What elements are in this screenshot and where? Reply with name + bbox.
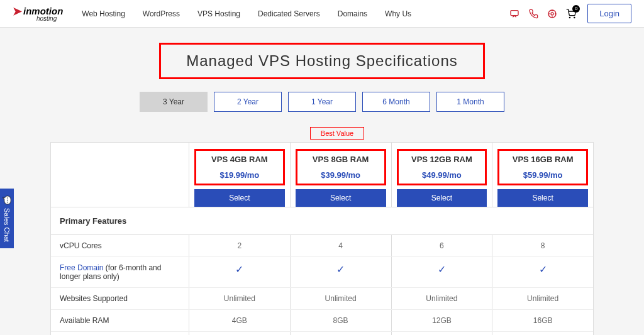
feature-value: 8GB <box>291 310 392 331</box>
plan-name-4gb: VPS 4GB RAM <box>203 155 277 164</box>
term-tab-1year[interactable]: 1 Year <box>288 92 356 112</box>
feature-value: ✓ <box>492 257 593 287</box>
feature-value: ✓ <box>291 257 392 287</box>
feature-value: Unlimited <box>392 288 493 309</box>
support-icon[interactable] <box>547 9 557 19</box>
feature-value: 150GB NVMe SSD <box>291 332 392 335</box>
nav-vps-hosting[interactable]: VPS Hosting <box>197 9 240 18</box>
term-tab-6month[interactable]: 6 Month <box>362 92 430 112</box>
page-title-highlight: Managed VPS Hosting Specifications <box>159 43 485 79</box>
best-value-row: Best Value <box>0 127 644 140</box>
page-title-wrap: Managed VPS Hosting Specifications <box>0 43 644 79</box>
nav-domains[interactable]: Domains <box>338 9 367 18</box>
feature-value: 12GB <box>392 310 493 331</box>
check-icon: ✓ <box>438 264 446 275</box>
feature-value: 8 <box>492 235 593 256</box>
features-header: Primary Features <box>51 207 593 235</box>
feature-value: Unlimited <box>291 288 392 309</box>
feature-label-disk: Disk Space <box>51 332 189 335</box>
feature-label-free-domain: Free Domain (for 6-month and longer plan… <box>51 257 189 287</box>
plan-name-12gb: VPS 12GB RAM <box>405 155 479 164</box>
feature-value: 16GB <box>492 310 593 331</box>
plan-price-16gb: $59.99/mo <box>506 170 580 180</box>
plan-col-4gb: VPS 4GB RAM $19.99/mo Select <box>189 143 291 207</box>
feature-value: 90GB SSD <box>189 332 291 335</box>
plan-headers-row: VPS 4GB RAM $19.99/mo Select VPS 8GB RAM… <box>51 143 593 207</box>
plan-col-12gb: VPS 12GB RAM $49.99/mo Select <box>392 143 493 207</box>
feature-value: 4 <box>291 235 392 256</box>
nav-why-us[interactable]: Why Us <box>385 9 411 18</box>
plan-col-16gb: VPS 16GB RAM $59.99/mo Select <box>492 143 593 207</box>
nav-dedicated-servers[interactable]: Dedicated Servers <box>258 9 320 18</box>
term-tabs: 3 Year 2 Year 1 Year 6 Month 1 Month <box>0 92 644 112</box>
feature-label-ram: Available RAM <box>51 310 189 331</box>
plan-label-spacer <box>51 143 189 207</box>
feature-row-websites: Websites Supported Unlimited Unlimited U… <box>51 288 593 310</box>
svg-point-3 <box>570 17 570 18</box>
pricing-table: VPS 4GB RAM $19.99/mo Select VPS 8GB RAM… <box>50 142 594 335</box>
feature-value: 2 <box>189 235 291 256</box>
feature-label-vcpu: vCPU Cores <box>51 235 189 256</box>
feature-value: Unlimited <box>492 288 593 309</box>
phone-icon[interactable] <box>528 9 538 19</box>
logo[interactable]: ➤ inmotion hosting <box>13 6 63 22</box>
nav-wordpress[interactable]: WordPress <box>143 9 180 18</box>
feature-value: Unlimited <box>189 288 291 309</box>
page-title: Managed VPS Hosting Specifications <box>186 52 458 70</box>
feature-value: 6 <box>392 235 493 256</box>
check-icon: ✓ <box>336 264 345 275</box>
header-icons: 0 <box>509 9 576 19</box>
feature-value: ✓ <box>392 257 493 287</box>
nav-web-hosting[interactable]: Web Hosting <box>82 9 125 18</box>
plan-box-16gb: VPS 16GB RAM $59.99/mo <box>497 149 588 185</box>
select-button-16gb[interactable]: Select <box>497 189 588 207</box>
feature-row-ram: Available RAM 4GB 8GB 12GB 16GB <box>51 310 593 332</box>
feature-row-vcpu: vCPU Cores 2 4 6 8 <box>51 235 593 257</box>
feature-row-disk: Disk Space 90GB SSD 150GB NVMe SSD 210GB… <box>51 332 593 335</box>
feature-row-free-domain: Free Domain (for 6-month and longer plan… <box>51 257 593 288</box>
feature-value: 4GB <box>189 310 291 331</box>
plan-price-12gb: $49.99/mo <box>405 170 479 180</box>
plan-price-8gb: $39.99/mo <box>304 170 378 180</box>
plan-box-8gb: VPS 8GB RAM $39.99/mo <box>296 149 386 185</box>
logo-sub-text: hosting <box>36 16 63 22</box>
logo-arrow-icon: ➤ <box>13 6 22 17</box>
plan-box-4gb: VPS 4GB RAM $19.99/mo <box>194 149 285 185</box>
login-button[interactable]: Login <box>587 4 631 23</box>
select-button-12gb[interactable]: Select <box>397 189 487 207</box>
plan-price-4gb: $19.99/mo <box>203 170 277 180</box>
svg-point-2 <box>551 13 553 15</box>
feature-value: ✓ <box>189 257 291 287</box>
term-tab-2year[interactable]: 2 Year <box>214 92 282 112</box>
logo-main-text: inmotion <box>23 6 63 16</box>
plan-name-8gb: VPS 8GB RAM <box>304 155 378 164</box>
chat-bubble-icon: 💬 <box>3 195 12 204</box>
cart-badge: 0 <box>572 5 580 13</box>
svg-point-4 <box>574 17 575 18</box>
sales-chat-label: Sales Chat <box>3 208 11 242</box>
term-tab-3year[interactable]: 3 Year <box>140 92 208 112</box>
site-header: ➤ inmotion hosting Web Hosting WordPress… <box>0 0 644 28</box>
plan-col-8gb: VPS 8GB RAM $39.99/mo Select <box>291 143 392 207</box>
best-value-badge: Best Value <box>310 127 364 140</box>
svg-rect-0 <box>511 10 518 15</box>
sales-chat-tab[interactable]: 💬 Sales Chat <box>0 189 14 248</box>
feature-label-websites: Websites Supported <box>51 288 189 309</box>
select-button-8gb[interactable]: Select <box>296 189 386 207</box>
free-domain-link[interactable]: Free Domain <box>60 263 103 272</box>
term-tab-1month[interactable]: 1 Month <box>436 92 504 112</box>
select-button-4gb[interactable]: Select <box>194 189 285 207</box>
plan-box-12gb: VPS 12GB RAM $49.99/mo <box>397 149 487 185</box>
feature-value: 210GB NVMe SSD <box>392 332 493 335</box>
check-icon: ✓ <box>235 264 243 275</box>
cart-icon[interactable]: 0 <box>566 9 576 19</box>
feature-value: 360GB NVMe SSD <box>492 332 593 335</box>
chat-icon[interactable] <box>509 9 519 19</box>
main-nav: Web Hosting WordPress VPS Hosting Dedica… <box>82 9 509 18</box>
check-icon: ✓ <box>539 264 547 275</box>
plan-name-16gb: VPS 16GB RAM <box>506 155 580 164</box>
